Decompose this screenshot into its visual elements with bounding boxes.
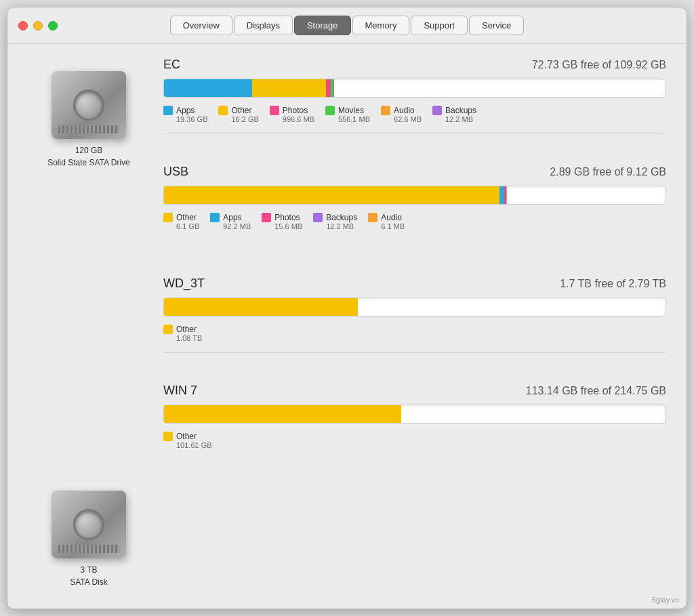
legend-item-backups: Backups12.2 MB: [432, 106, 476, 123]
legend-size: 12.2 MB: [445, 115, 473, 123]
drive-icon-section-1: 3 TBSATA Disk: [28, 477, 150, 595]
disk-header-0-1: USB2.89 GB free of 9.12 GB: [163, 165, 666, 179]
legend-name: Backups: [445, 106, 476, 115]
legend-item-other: Other101.61 GB: [163, 432, 212, 449]
legend-size: 12.2 MB: [326, 222, 354, 230]
tab-memory[interactable]: Memory: [352, 16, 410, 35]
legend-label-row: Other: [163, 325, 197, 334]
legend-label-row: Other: [163, 213, 197, 222]
legend-item-audio: Audio62.6 MB: [381, 106, 422, 123]
legend-color-dot: [381, 106, 390, 115]
legend-color-dot: [163, 325, 173, 334]
bar-segment-other: [164, 298, 358, 316]
legend-size: 19.36 GB: [176, 115, 207, 123]
tab-support[interactable]: Support: [411, 16, 468, 35]
legend-name: Apps: [176, 106, 195, 115]
titlebar: OverviewDisplaysStorageMemorySupportServ…: [7, 7, 687, 44]
legend-label-row: Backups: [313, 213, 357, 222]
legend-color-dot: [313, 213, 323, 222]
legend-item-other: Other1.08 TB: [163, 325, 202, 342]
legend-label-row: Apps: [163, 106, 195, 115]
legend-item-other: Other6.1 GB: [163, 213, 199, 230]
disk-section-0-0: EC72.73 GB free of 109.92 GBApps19.36 GB…: [163, 58, 666, 144]
tab-service[interactable]: Service: [469, 16, 524, 35]
legend: Other101.61 GB: [163, 432, 666, 449]
legend-color-dot: [210, 213, 220, 222]
disk-header-1-1: WIN 7113.14 GB free of 214.75 GB: [163, 384, 666, 398]
section-divider: [163, 134, 666, 134]
details-column: EC72.73 GB free of 109.92 GBApps19.36 GB…: [163, 58, 666, 595]
legend-item-apps: Apps92.2 MB: [210, 213, 251, 230]
disk-name: EC: [163, 58, 180, 72]
tab-overview[interactable]: Overview: [170, 16, 232, 35]
legend-name: Audio: [394, 106, 415, 115]
disk-name: WD_3T: [163, 276, 205, 291]
legend-item-photos: Photos996.6 MB: [270, 106, 314, 123]
minimize-button[interactable]: [33, 21, 43, 30]
section-divider: [163, 352, 666, 353]
legend-label-row: Audio: [381, 106, 415, 115]
drive-icon-section-0: 120 GBSolid State SATA Drive: [28, 58, 150, 176]
legend-label-row: Movies: [325, 106, 364, 115]
storage-bar: [163, 297, 666, 316]
legend-size: 6.1 MB: [381, 222, 405, 230]
legend-name: Other: [176, 213, 197, 222]
legend-color-dot: [432, 106, 442, 115]
disk-name: USB: [163, 165, 188, 179]
legend-size: 6.1 GB: [176, 222, 199, 230]
disk-section-1-0: WD_3T1.7 TB free of 2.79 TBOther1.08 TB: [163, 276, 666, 363]
legend-size: 16.2 GB: [231, 115, 258, 123]
legend-item-photos: Photos15.6 MB: [262, 213, 302, 230]
legend-name: Other: [231, 106, 251, 115]
main-content: 120 GBSolid State SATA Drive3 TBSATA Dis…: [7, 44, 687, 609]
legend-item-audio: Audio6.1 MB: [368, 213, 405, 230]
legend-name: Other: [176, 432, 197, 441]
drive-label-0: 120 GBSolid State SATA Drive: [47, 144, 130, 169]
disk-free-text: 2.89 GB free of 9.12 GB: [550, 166, 666, 178]
tab-storage[interactable]: Storage: [294, 16, 351, 35]
legend-name: Other: [176, 325, 197, 334]
legend-size: 92.2 MB: [223, 222, 251, 230]
storage-bar: [163, 79, 666, 98]
bar-segment-other: [164, 405, 401, 423]
legend-label-row: Other: [163, 432, 197, 441]
legend-item-apps: Apps19.36 GB: [163, 106, 207, 123]
traffic-lights: [18, 21, 58, 30]
bar-segment-photos: [326, 79, 331, 97]
disk-name: WIN 7: [163, 384, 197, 398]
legend-label-row: Apps: [210, 213, 241, 222]
legend-item-backups: Backups12.2 MB: [313, 213, 357, 230]
legend-size: 62.6 MB: [394, 115, 422, 123]
disk-header-0-0: EC72.73 GB free of 109.92 GB: [163, 58, 666, 72]
legend-label-row: Other: [218, 106, 251, 115]
disk-section-0-1: USB2.89 GB free of 9.12 GBOther6.1 GBApp…: [163, 165, 666, 236]
legend-color-dot: [163, 432, 173, 441]
legend-label-row: Photos: [270, 106, 308, 115]
tab-bar: OverviewDisplaysStorageMemorySupportServ…: [170, 16, 525, 35]
legend: Other1.08 TB: [163, 325, 666, 342]
legend: Apps19.36 GBOther16.2 GBPhotos996.6 MBMo…: [163, 106, 666, 123]
tab-displays[interactable]: Displays: [234, 16, 293, 35]
legend-item-movies: Movies556.1 MB: [325, 106, 370, 123]
legend-size: 556.1 MB: [338, 115, 370, 123]
close-button[interactable]: [18, 21, 28, 30]
legend-color-dot: [325, 106, 335, 115]
bar-segment-apps: [499, 186, 504, 204]
legend-label-row: Photos: [262, 213, 300, 222]
legend-size: 996.6 MB: [283, 115, 314, 123]
watermark: 5giay.vn: [652, 596, 679, 604]
legend-color-dot: [163, 213, 173, 222]
legend: Other6.1 GBApps92.2 MBPhotos15.6 MBBacku…: [163, 213, 666, 230]
legend-size: 15.6 MB: [274, 222, 302, 230]
bar-segment-apps: [164, 79, 252, 97]
disk-free-text: 113.14 GB free of 214.75 GB: [526, 385, 666, 397]
disk-section-1-1: WIN 7113.14 GB free of 214.75 GBOther101…: [163, 384, 666, 455]
main-window: OverviewDisplaysStorageMemorySupportServ…: [7, 7, 687, 609]
legend-size: 101.61 GB: [176, 441, 212, 449]
disk-free-text: 1.7 TB free of 2.79 TB: [560, 278, 666, 290]
drives-column: 120 GBSolid State SATA Drive3 TBSATA Dis…: [28, 58, 150, 595]
legend-label-row: Backups: [432, 106, 476, 115]
legend-name: Photos: [283, 106, 308, 115]
legend-name: Movies: [338, 106, 364, 115]
maximize-button[interactable]: [48, 21, 58, 30]
